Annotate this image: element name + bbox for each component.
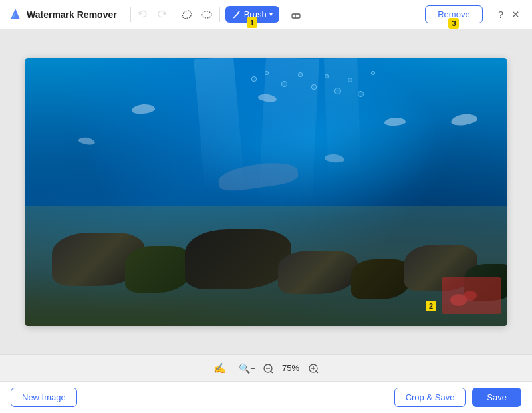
new-image-button[interactable]: New Image xyxy=(11,388,77,407)
eraser-tool-button[interactable] xyxy=(286,6,306,23)
lasso-tool-button[interactable] xyxy=(177,6,197,23)
svg-line-12 xyxy=(316,371,318,373)
brush-chevron-icon: ▾ xyxy=(269,11,273,18)
zoom-percent: 75% xyxy=(279,363,303,373)
action-bar: New Image Crop & Save Save xyxy=(0,381,532,413)
divider-3 xyxy=(219,7,220,22)
divider-4 xyxy=(491,7,491,22)
zoom-bar: ✍ 🔍− 75% xyxy=(0,354,532,381)
hand-tool-icon[interactable]: ✍ xyxy=(213,362,226,374)
titlebar: Watermark Remover xyxy=(0,0,532,29)
divider-1 xyxy=(130,7,131,22)
undo-button[interactable] xyxy=(134,7,152,23)
action-right-group: Crop & Save Save xyxy=(394,388,521,407)
save-button[interactable]: Save xyxy=(472,388,521,407)
canvas-area: 2 xyxy=(0,29,532,354)
redo-button[interactable] xyxy=(152,7,171,23)
divider-2 xyxy=(174,7,174,22)
close-button[interactable]: ✕ xyxy=(507,6,524,23)
svg-line-8 xyxy=(271,371,273,373)
help-button[interactable]: ? xyxy=(494,6,507,23)
app-logo-icon xyxy=(8,7,23,22)
badge-1: 1 xyxy=(247,17,257,28)
badge-2: 2 xyxy=(426,301,436,311)
watermark-selection[interactable] xyxy=(442,277,501,314)
zoom-out-icon[interactable]: 🔍− xyxy=(237,361,257,376)
zoom-out-button[interactable] xyxy=(263,363,273,374)
crop-save-button[interactable]: Crop & Save xyxy=(394,388,466,407)
svg-point-2 xyxy=(202,11,211,18)
image-canvas[interactable]: 2 xyxy=(25,58,507,326)
polygon-tool-button[interactable] xyxy=(197,6,217,23)
badge-3: 3 xyxy=(448,18,459,29)
underwater-scene xyxy=(25,58,507,326)
svg-line-3 xyxy=(238,11,239,13)
zoom-in-button[interactable] xyxy=(308,363,319,374)
badge-2-container: 2 xyxy=(426,301,439,314)
svg-rect-4 xyxy=(292,14,300,18)
app-title: Watermark Remover xyxy=(27,9,117,20)
